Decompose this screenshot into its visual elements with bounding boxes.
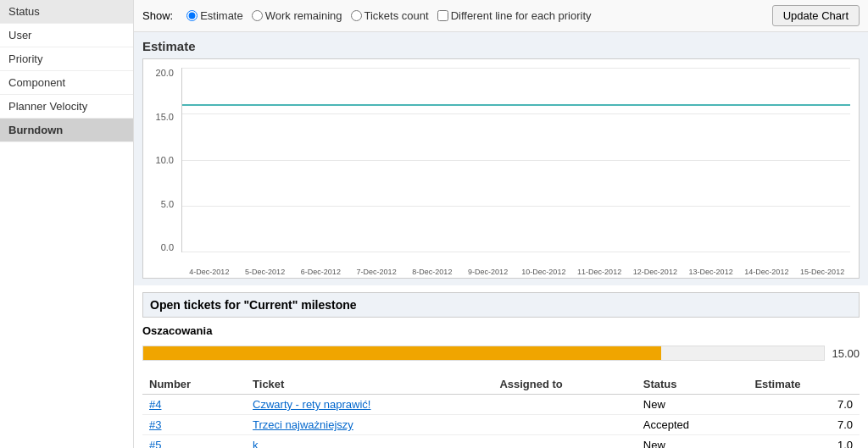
x-label-8: 12-Dec-2012	[627, 268, 683, 276]
x-label-3: 7-Dec-2012	[348, 268, 404, 276]
sidebar-item-user[interactable]: User	[0, 24, 133, 47]
tickets-section-title: Open tickets for "Current" milestone	[142, 292, 860, 318]
table-row: #3Trzeci najważniejszyAccepted7.0	[142, 415, 860, 435]
work-remaining-label: Work remaining	[265, 9, 342, 22]
table-header-row: Number Ticket Assigned to Status Estimat…	[142, 374, 860, 395]
main-content: Show: Estimate Work remaining Tickets co…	[134, 0, 868, 448]
chart-title: Estimate	[142, 39, 860, 53]
estimate-radio[interactable]	[186, 10, 198, 21]
ticket-estimate-0: 7.0	[748, 395, 860, 415]
x-label-6: 10-Dec-2012	[516, 268, 572, 276]
estimate-option[interactable]: Estimate	[186, 9, 243, 22]
sidebar-item-component[interactable]: Component	[0, 71, 133, 95]
progress-value: 15.00	[832, 347, 860, 360]
sidebar-item-priority[interactable]: Priority	[0, 47, 133, 71]
grid-line-10	[182, 160, 850, 161]
different-line-option[interactable]: Different line for each priority	[437, 9, 592, 22]
table-row: #4Czwarty - rety naprawić!New7.0	[142, 395, 860, 415]
col-estimate: Estimate	[748, 374, 860, 395]
chart-plot-area	[181, 68, 850, 252]
show-label: Show:	[142, 9, 173, 22]
ticket-status-2: New	[637, 435, 748, 449]
radio-group: Estimate Work remaining Tickets count Di…	[186, 9, 591, 22]
y-label-5: 5.0	[161, 199, 174, 209]
ticket-title-2[interactable]: k	[246, 435, 492, 449]
grid-line-5	[182, 206, 850, 207]
chart-container: 20.0 15.0 10.0 5.0 0.0 4-Dec-2012 5-De	[142, 58, 860, 279]
grid-line-15	[182, 113, 850, 114]
tickets-table-body: #4Czwarty - rety naprawić!New7.0#3Trzeci…	[142, 395, 860, 449]
work-remaining-radio[interactable]	[252, 10, 263, 21]
x-label-7: 11-Dec-2012	[571, 268, 627, 276]
ticket-estimate-2: 1.0	[748, 435, 860, 449]
ticket-number-2[interactable]: #5	[142, 435, 246, 449]
y-label-15: 15.0	[156, 112, 174, 122]
col-ticket: Ticket	[246, 374, 492, 395]
x-label-0: 4-Dec-2012	[181, 268, 237, 276]
tickets-count-option[interactable]: Tickets count	[351, 9, 429, 22]
ticket-assigned-2	[492, 435, 636, 449]
progress-bar-container: 15.00	[142, 342, 860, 364]
tickets-count-label: Tickets count	[364, 9, 429, 22]
sidebar-item-burndown[interactable]: Burndown	[0, 119, 133, 142]
estimate-label: Estimate	[200, 9, 243, 22]
ticket-assigned-0	[492, 395, 636, 415]
x-label-11: 15-Dec-2012	[794, 268, 850, 276]
x-label-2: 6-Dec-2012	[293, 268, 349, 276]
table-row: #5kNew1.0	[142, 435, 860, 449]
x-label-4: 8-Dec-2012	[404, 268, 460, 276]
chart-section: Estimate 20.0 15.0 10.0 5.0 0.0	[134, 32, 868, 285]
grid-line-0	[182, 252, 850, 252]
y-axis: 20.0 15.0 10.0 5.0 0.0	[143, 68, 177, 252]
oszacowania-label: Oszacowania	[142, 324, 860, 337]
sidebar-item-planner-velocity[interactable]: Planner Velocity	[0, 95, 133, 119]
ticket-title-1[interactable]: Trzeci najważniejszy	[246, 415, 492, 435]
different-line-label: Different line for each priority	[451, 9, 592, 22]
different-line-checkbox[interactable]	[437, 10, 448, 21]
ticket-assigned-1	[492, 415, 636, 435]
x-label-9: 13-Dec-2012	[683, 268, 739, 276]
sidebar-item-status[interactable]: Status	[0, 0, 133, 24]
toolbar: Show: Estimate Work remaining Tickets co…	[134, 0, 868, 32]
ticket-title-0[interactable]: Czwarty - rety naprawić!	[246, 395, 492, 415]
col-status: Status	[637, 374, 748, 395]
y-label-20: 20.0	[156, 68, 174, 78]
col-number: Number	[142, 374, 246, 395]
tickets-section: Open tickets for "Current" milestone Osz…	[134, 285, 868, 448]
y-label-0: 0.0	[161, 242, 174, 252]
grid-line-20	[182, 68, 850, 69]
sidebar: StatusUserPriorityComponentPlanner Veloc…	[0, 0, 134, 448]
update-chart-button[interactable]: Update Chart	[772, 5, 860, 26]
tickets-table: Number Ticket Assigned to Status Estimat…	[142, 374, 860, 448]
ticket-number-0[interactable]: #4	[142, 395, 246, 415]
work-remaining-option[interactable]: Work remaining	[252, 9, 342, 22]
data-line	[182, 104, 850, 106]
progress-bar-fill	[143, 346, 661, 360]
x-label-10: 14-Dec-2012	[739, 268, 795, 276]
x-label-5: 9-Dec-2012	[460, 268, 516, 276]
x-label-1: 5-Dec-2012	[237, 268, 293, 276]
ticket-estimate-1: 7.0	[748, 415, 860, 435]
y-label-10: 10.0	[156, 155, 174, 165]
ticket-status-0: New	[637, 395, 748, 415]
ticket-number-1[interactable]: #3	[142, 415, 246, 435]
tickets-count-radio[interactable]	[351, 10, 362, 21]
col-assigned: Assigned to	[492, 374, 636, 395]
ticket-status-1: Accepted	[637, 415, 748, 435]
progress-bar-background	[142, 346, 825, 361]
x-axis-labels: 4-Dec-2012 5-Dec-2012 6-Dec-2012 7-Dec-2…	[181, 268, 850, 276]
